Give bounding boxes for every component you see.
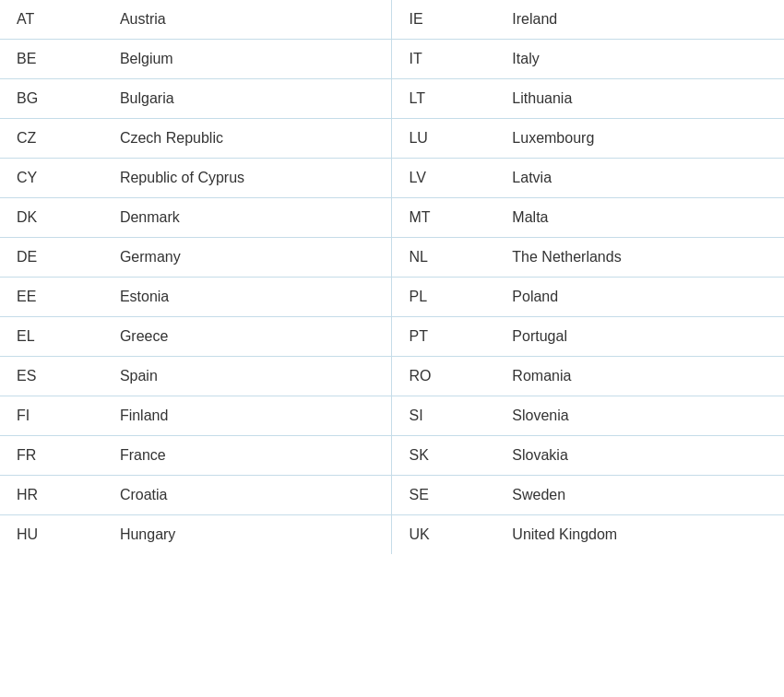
country-name-right: United Kingdom [495,515,784,555]
country-code-left: DE [0,238,103,278]
table-row: EE Estonia PL Poland [0,278,784,317]
country-name-right: Malta [495,198,784,238]
country-code-right: UK [392,515,495,555]
country-name-right: Latvia [495,159,784,198]
table-row: DK Denmark MT Malta [0,198,784,238]
country-code-left: FR [0,436,103,476]
country-code-right: SK [392,436,495,476]
country-code-right: PT [392,317,495,357]
country-name-right: Poland [495,278,784,317]
country-name-left: Finland [103,396,392,436]
country-code-left: DK [0,198,103,238]
country-code-left: BE [0,40,103,79]
table-row: FI Finland SI Slovenia [0,396,784,436]
country-name-left: Croatia [103,476,392,515]
country-code-right: IE [392,0,495,40]
country-code-right: SE [392,476,495,515]
country-name-right: Ireland [495,0,784,40]
country-name-right: Lithuania [495,79,784,119]
country-name-left: Spain [103,357,392,396]
country-code-left: EE [0,278,103,317]
country-name-left: Greece [103,317,392,357]
country-code-left: ES [0,357,103,396]
country-code-left: CY [0,159,103,198]
country-name-right: Sweden [495,476,784,515]
table-row: CY Republic of Cyprus LV Latvia [0,159,784,198]
table-row: EL Greece PT Portugal [0,317,784,357]
country-code-right: LV [392,159,495,198]
country-code-left: CZ [0,119,103,159]
country-code-right: RO [392,357,495,396]
country-name-left: Czech Republic [103,119,392,159]
table-row: ES Spain RO Romania [0,357,784,396]
country-name-left: Republic of Cyprus [103,159,392,198]
country-name-right: The Netherlands [495,238,784,278]
country-code-left: EL [0,317,103,357]
country-code-left: AT [0,0,103,40]
country-name-left: Belgium [103,40,392,79]
country-name-right: Italy [495,40,784,79]
country-name-right: Romania [495,357,784,396]
country-code-right: MT [392,198,495,238]
country-name-left: France [103,436,392,476]
country-code-left: BG [0,79,103,119]
country-name-left: Austria [103,0,392,40]
country-name-right: Luxembourg [495,119,784,159]
country-code-right: LT [392,79,495,119]
table-row: HU Hungary UK United Kingdom [0,515,784,555]
country-code-right: PL [392,278,495,317]
country-code-left: FI [0,396,103,436]
country-codes-table: AT Austria IE Ireland BE Belgium IT Ital… [0,0,784,554]
country-code-left: HR [0,476,103,515]
country-code-right: LU [392,119,495,159]
country-name-right: Slovakia [495,436,784,476]
country-name-right: Slovenia [495,396,784,436]
country-code-right: NL [392,238,495,278]
table-row: AT Austria IE Ireland [0,0,784,40]
country-code-right: SI [392,396,495,436]
table-row: FR France SK Slovakia [0,436,784,476]
table-row: BG Bulgaria LT Lithuania [0,79,784,119]
table-row: DE Germany NL The Netherlands [0,238,784,278]
country-name-left: Denmark [103,198,392,238]
table-row: HR Croatia SE Sweden [0,476,784,515]
country-name-left: Bulgaria [103,79,392,119]
country-name-left: Estonia [103,278,392,317]
country-code-left: HU [0,515,103,555]
table-row: CZ Czech Republic LU Luxembourg [0,119,784,159]
country-code-right: IT [392,40,495,79]
table-row: BE Belgium IT Italy [0,40,784,79]
country-name-right: Portugal [495,317,784,357]
country-name-left: Hungary [103,515,392,555]
country-name-left: Germany [103,238,392,278]
